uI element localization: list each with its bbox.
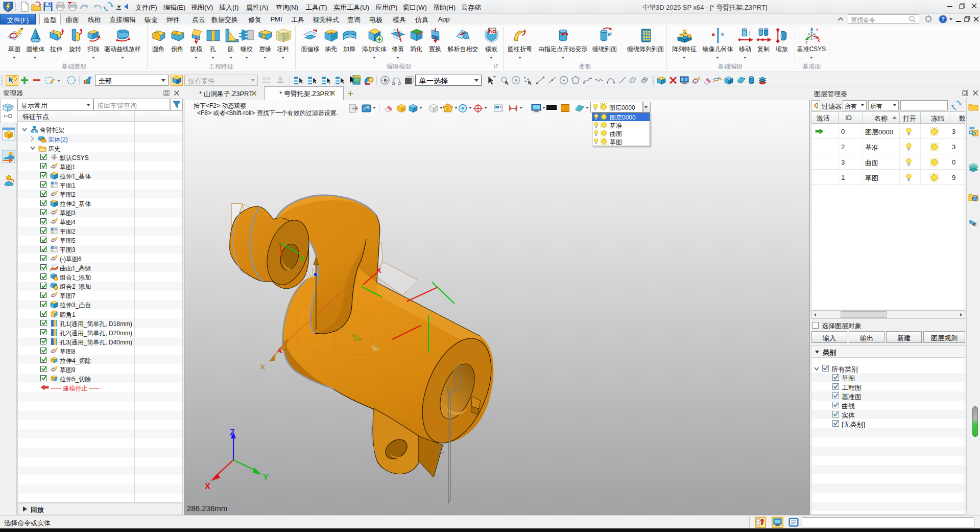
svg-text:?: ?: [941, 16, 945, 22]
svg-text:X: X: [376, 266, 381, 274]
svg-text:X: X: [260, 362, 265, 371]
svg-text:Y: Y: [263, 473, 269, 482]
svg-text:Y: Y: [55, 153, 57, 156]
svg-text:Y: Y: [300, 255, 305, 263]
svg-text:Z: Z: [230, 428, 235, 437]
svg-text:X: X: [205, 482, 210, 491]
